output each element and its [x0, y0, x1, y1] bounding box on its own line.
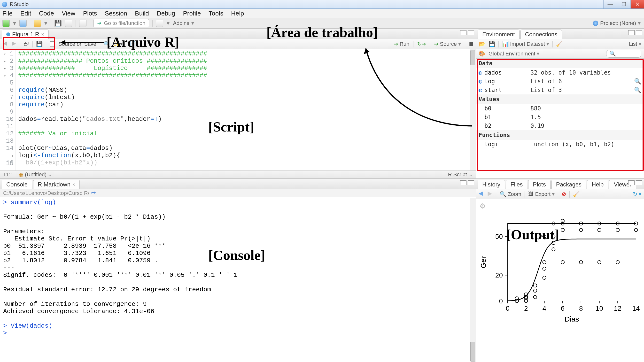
menu-session[interactable]: Session: [105, 10, 128, 17]
svg-text:0: 0: [506, 304, 510, 312]
rstudio-logo-icon: [2, 2, 7, 7]
pane-maximize-icon[interactable]: [468, 30, 474, 35]
menu-debug[interactable]: Debug: [157, 10, 175, 17]
clear-plots-icon[interactable]: 🧹: [573, 191, 580, 197]
environment-scope-bar: 🎨 Global Environment ▾ 🔍: [476, 49, 644, 58]
label-script: [Script]: [208, 119, 254, 135]
print-button[interactable]: [79, 20, 86, 27]
plots-tab-packages[interactable]: Packages: [552, 180, 586, 189]
remove-plot-icon[interactable]: ⊘: [562, 191, 566, 197]
svg-text:0: 0: [499, 297, 503, 305]
source-button[interactable]: ➔Source▾: [434, 41, 461, 47]
outline-icon[interactable]: ≣: [469, 41, 473, 47]
working-dir-label: C:/Users/LLenovo/Desktop/Curso R/: [3, 190, 89, 196]
plots-tab-help[interactable]: Help: [587, 180, 608, 189]
goto-arrow-icon: ➜: [97, 20, 102, 26]
highlight-source-tab: [3, 37, 55, 50]
editor-status-bar: 11:1 ▦ (Untitled) ⌄ R Script ⌄: [0, 170, 476, 178]
menu-build[interactable]: Build: [135, 10, 149, 17]
export-button[interactable]: 🖼 Export ▾: [528, 191, 555, 197]
svg-text:6: 6: [561, 304, 564, 312]
save-all-button[interactable]: [65, 20, 72, 27]
close-rmd-tab-icon[interactable]: ×: [72, 182, 75, 188]
window-titlebar: RStudio — ☐ ✕: [0, 0, 644, 9]
rerun-icon[interactable]: ↻➔: [417, 41, 426, 47]
plot-prev-icon[interactable]: ⯇: [478, 191, 484, 197]
clear-workspace-icon[interactable]: 🧹: [556, 41, 562, 47]
maximize-button[interactable]: ☐: [617, 0, 630, 8]
menu-code[interactable]: Code: [39, 10, 54, 17]
env-pane-maximize-icon[interactable]: [636, 30, 642, 35]
menu-tools[interactable]: Tools: [208, 10, 223, 17]
env-pane-minimize-icon[interactable]: [628, 30, 634, 35]
file-type-label[interactable]: R Script: [448, 172, 467, 178]
env-tab-environment[interactable]: Environment: [478, 30, 520, 39]
console-pane-maximize-icon[interactable]: [468, 180, 474, 185]
goto-file-input[interactable]: ➜ Go to file/function: [94, 19, 149, 27]
run-button[interactable]: ➔Run: [394, 41, 409, 47]
svg-point-54: [616, 228, 619, 232]
refresh-plot-icon[interactable]: ↻ ▾: [633, 191, 641, 197]
grid-button[interactable]: [156, 20, 163, 27]
plots-toolbar: ⯇ ⯈ 🔍 Zoom 🖼 Export ▾ ⊘ 🧹 ↻ ▾: [476, 189, 644, 199]
env-scope-selector[interactable]: Global Environment ▾: [488, 50, 539, 57]
addins-label: Addins: [173, 20, 189, 26]
label-arquivo: [Arquivo R]: [106, 34, 179, 50]
svg-text:50: 50: [495, 233, 503, 240]
pane-minimize-icon[interactable]: [460, 30, 466, 35]
save-workspace-icon[interactable]: 💾: [488, 41, 495, 47]
env-view-mode[interactable]: ≡ List ▾: [624, 41, 641, 47]
doc-outline-label[interactable]: (Untitled): [25, 172, 46, 178]
svg-text:4: 4: [542, 304, 546, 312]
plot-canvas: ⚙ 0246810121402050DiasGer: [476, 199, 644, 362]
console-scrollbar[interactable]: [470, 198, 476, 362]
environment-toolbar: 📂 💾 📊Import Dataset▾ 🧹 ≡ List ▾: [476, 39, 644, 49]
svg-text:14: 14: [632, 304, 640, 312]
menu-file[interactable]: File: [2, 10, 12, 17]
new-project-button[interactable]: [20, 20, 27, 27]
plots-tab-history[interactable]: History: [478, 180, 505, 189]
plots-tab-files[interactable]: Files: [506, 180, 528, 189]
new-file-button[interactable]: [2, 20, 10, 27]
minimize-button[interactable]: —: [603, 0, 617, 8]
save-button[interactable]: 💾: [54, 20, 62, 27]
svg-text:Ger: Ger: [479, 256, 487, 268]
addins-menu[interactable]: Addins ▾: [173, 20, 194, 26]
goto-file-placeholder: Go to file/function: [104, 20, 145, 26]
zoom-button[interactable]: 🔍 Zoom: [500, 191, 521, 197]
plot-next-icon[interactable]: ⯈: [487, 191, 493, 197]
svg-point-43: [561, 260, 564, 264]
rmarkdown-tab[interactable]: R Markdown×: [33, 180, 80, 189]
open-file-button[interactable]: [34, 20, 41, 27]
close-tab-icon[interactable]: ×: [41, 32, 44, 37]
wd-browse-icon[interactable]: ⮫: [91, 190, 96, 196]
global-env-icon: 🎨: [478, 50, 485, 57]
svg-point-50: [598, 260, 601, 264]
editor-scrollbar[interactable]: [470, 49, 476, 170]
close-button[interactable]: ✕: [630, 0, 644, 8]
plots-pane-minimize-icon[interactable]: [628, 180, 634, 185]
menu-help[interactable]: Help: [231, 10, 244, 17]
menu-edit[interactable]: Edit: [20, 10, 31, 17]
svg-point-39: [552, 248, 555, 251]
plots-pane-maximize-icon[interactable]: [636, 180, 642, 185]
svg-point-53: [616, 260, 619, 264]
console-pane-minimize-icon[interactable]: [460, 180, 466, 185]
console-tab[interactable]: Console: [2, 180, 32, 189]
env-tab-connections[interactable]: Connections: [520, 30, 562, 39]
menu-view[interactable]: View: [62, 10, 75, 17]
env-search-input[interactable]: 🔍: [606, 50, 641, 58]
menu-profile[interactable]: Profile: [183, 10, 201, 17]
code-editor[interactable]: ▾ 1▾ 2▾ 3▾ 4567891011121314▾ 1516 ######…: [0, 49, 476, 170]
gear-icon[interactable]: ⚙: [480, 202, 486, 210]
window-title: RStudio: [10, 1, 28, 8]
svg-text:8: 8: [579, 304, 583, 312]
load-workspace-icon[interactable]: 📂: [478, 41, 485, 47]
console-pane: Console R Markdown× C:/Users/LLenovo/Des…: [0, 179, 476, 362]
console-output[interactable]: > summary(log) Formula: Ger ~ b0/(1 + ex…: [0, 197, 476, 362]
import-dataset-button[interactable]: 📊Import Dataset▾: [502, 41, 549, 47]
plots-tab-plots[interactable]: Plots: [528, 180, 550, 189]
project-icon: [593, 20, 598, 26]
menu-plots[interactable]: Plots: [83, 10, 97, 17]
project-menu[interactable]: Project: (None) ▾: [593, 20, 640, 26]
